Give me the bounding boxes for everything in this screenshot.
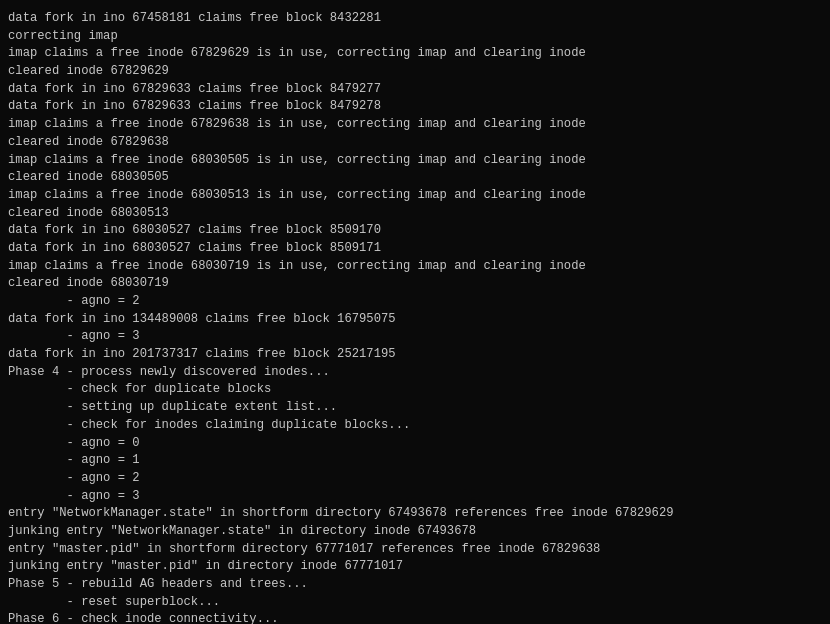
terminal-line: imap claims a free inode 67829638 is in … bbox=[8, 116, 822, 134]
terminal-line: data fork in ino 67458181 claims free bl… bbox=[8, 10, 822, 28]
terminal-line: Phase 5 - rebuild AG headers and trees..… bbox=[8, 576, 822, 594]
terminal-line: - agno = 0 bbox=[8, 435, 822, 453]
terminal-line: cleared inode 67829629 bbox=[8, 63, 822, 81]
terminal-line: Phase 6 - check inode connectivity... bbox=[8, 611, 822, 624]
terminal-line: junking entry "NetworkManager.state" in … bbox=[8, 523, 822, 541]
terminal-line: entry "master.pid" in shortform director… bbox=[8, 541, 822, 559]
terminal-line: data fork in ino 67829633 claims free bl… bbox=[8, 98, 822, 116]
terminal-line: cleared inode 68030719 bbox=[8, 275, 822, 293]
terminal-line: - agno = 3 bbox=[8, 328, 822, 346]
terminal-line: - agno = 2 bbox=[8, 470, 822, 488]
terminal-line: cleared inode 67829638 bbox=[8, 134, 822, 152]
terminal-line: imap claims a free inode 68030505 is in … bbox=[8, 152, 822, 170]
terminal-line: data fork in ino 201737317 claims free b… bbox=[8, 346, 822, 364]
terminal-line: - agno = 3 bbox=[8, 488, 822, 506]
terminal-line: entry "NetworkManager.state" in shortfor… bbox=[8, 505, 822, 523]
terminal-output: data fork in ino 67458181 claims free bl… bbox=[8, 10, 822, 624]
terminal-line: correcting imap bbox=[8, 28, 822, 46]
terminal-line: - check for inodes claiming duplicate bl… bbox=[8, 417, 822, 435]
terminal-line: imap claims a free inode 67829629 is in … bbox=[8, 45, 822, 63]
terminal-line: - reset superblock... bbox=[8, 594, 822, 612]
terminal-line: - setting up duplicate extent list... bbox=[8, 399, 822, 417]
terminal-line: cleared inode 68030505 bbox=[8, 169, 822, 187]
terminal-line: data fork in ino 68030527 claims free bl… bbox=[8, 222, 822, 240]
terminal-line: data fork in ino 67829633 claims free bl… bbox=[8, 81, 822, 99]
terminal-line: - check for duplicate blocks bbox=[8, 381, 822, 399]
terminal-line: junking entry "master.pid" in directory … bbox=[8, 558, 822, 576]
terminal-line: - agno = 2 bbox=[8, 293, 822, 311]
terminal-line: data fork in ino 68030527 claims free bl… bbox=[8, 240, 822, 258]
terminal-line: imap claims a free inode 68030513 is in … bbox=[8, 187, 822, 205]
terminal-line: imap claims a free inode 68030719 is in … bbox=[8, 258, 822, 276]
terminal-line: Phase 4 - process newly discovered inode… bbox=[8, 364, 822, 382]
terminal-window: data fork in ino 67458181 claims free bl… bbox=[0, 0, 830, 624]
terminal-line: data fork in ino 134489008 claims free b… bbox=[8, 311, 822, 329]
terminal-line: cleared inode 68030513 bbox=[8, 205, 822, 223]
terminal-line: - agno = 1 bbox=[8, 452, 822, 470]
